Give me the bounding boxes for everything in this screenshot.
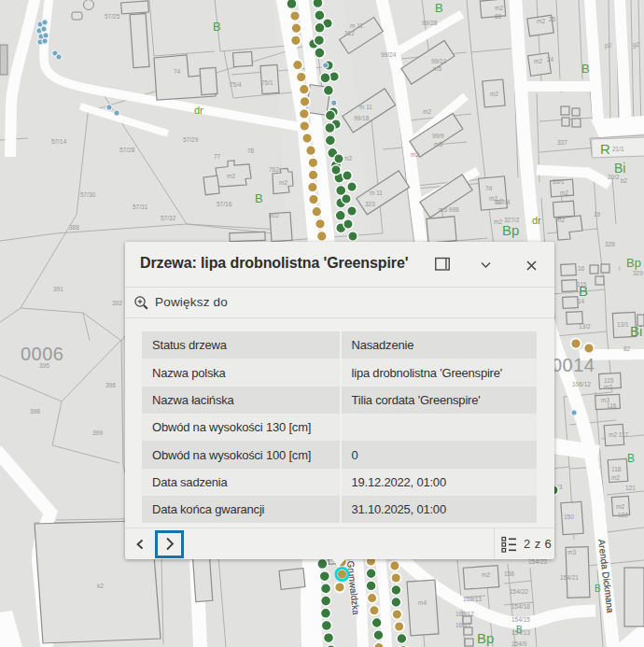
svg-text:99/10: 99/10 <box>431 58 447 64</box>
svg-text:57/30: 57/30 <box>80 191 96 198</box>
svg-text:168/13: 168/13 <box>463 596 482 602</box>
svg-text:13/1: 13/1 <box>617 321 629 328</box>
svg-text:B: B <box>595 584 601 594</box>
svg-text:154/15: 154/15 <box>511 616 530 623</box>
svg-text:g2: g2 <box>633 41 640 49</box>
svg-text:m2: m2 <box>534 58 542 64</box>
svg-text:66: 66 <box>495 13 502 20</box>
svg-text:0014: 0014 <box>552 355 595 375</box>
svg-text:323: 323 <box>365 201 375 207</box>
svg-text:21/1: 21/1 <box>612 146 624 152</box>
svg-text:329: 329 <box>633 270 643 276</box>
svg-text:57/29: 57/29 <box>183 136 199 143</box>
svg-text:57/32: 57/32 <box>161 215 176 221</box>
svg-text:m5: m5 <box>434 141 442 148</box>
svg-text:392: 392 <box>112 300 122 306</box>
svg-text:154/21: 154/21 <box>560 574 579 581</box>
svg-text:B: B <box>579 283 588 299</box>
svg-text:R: R <box>600 141 610 157</box>
svg-text:26/1: 26/1 <box>553 178 565 185</box>
svg-text:154/18: 154/18 <box>511 603 530 610</box>
svg-text:dr: dr <box>194 105 203 116</box>
svg-text:m 11: m 11 <box>359 104 372 110</box>
svg-text:p2: p2 <box>605 42 612 49</box>
svg-text:399: 399 <box>92 429 103 436</box>
svg-text:77: 77 <box>214 153 221 160</box>
svg-text:24: 24 <box>547 56 554 63</box>
svg-text:16: 16 <box>578 265 585 272</box>
svg-text:75/1: 75/1 <box>261 79 273 86</box>
svg-text:78: 78 <box>247 148 255 154</box>
svg-text:B: B <box>213 20 221 34</box>
svg-text:74: 74 <box>174 68 181 75</box>
svg-text:m 11: m 11 <box>370 190 383 196</box>
svg-text:B: B <box>516 625 523 635</box>
svg-text:99/9: 99/9 <box>432 133 444 139</box>
svg-text:116: 116 <box>607 402 617 409</box>
svg-text:m2: m2 <box>423 108 431 115</box>
svg-text:m5 998: m5 998 <box>439 206 459 213</box>
svg-text:150: 150 <box>564 513 574 520</box>
svg-text:m2: m2 <box>279 179 287 186</box>
svg-text:Bi: Bi <box>614 161 625 176</box>
svg-text:m2: m2 <box>490 91 498 97</box>
svg-text:106/12: 106/12 <box>572 381 591 387</box>
svg-text:398: 398 <box>30 408 40 415</box>
svg-text:m2: m2 <box>411 151 419 158</box>
svg-text:115: 115 <box>604 377 614 384</box>
svg-text:m2: m2 <box>227 173 235 179</box>
svg-text:99/18: 99/18 <box>354 115 370 121</box>
svg-text:158: 158 <box>504 570 514 577</box>
svg-text:166/7: 166/7 <box>455 622 471 628</box>
svg-text:Bp: Bp <box>626 256 641 270</box>
svg-text:i: i <box>619 265 620 272</box>
svg-text:m4: m4 <box>418 599 427 606</box>
svg-text:13/2: 13/2 <box>579 323 591 330</box>
svg-text:7d: 7d <box>485 185 493 191</box>
svg-text:B: B <box>255 191 263 205</box>
svg-text:118: 118 <box>611 466 622 472</box>
svg-text:m2: m2 <box>495 5 503 11</box>
svg-text:57/14: 57/14 <box>51 138 67 145</box>
svg-text:57/16: 57/16 <box>217 201 232 207</box>
svg-text:m2: m2 <box>343 155 352 162</box>
svg-text:57/25: 57/25 <box>105 13 120 20</box>
svg-text:121: 121 <box>625 485 636 491</box>
svg-text:m2: m2 <box>604 384 612 390</box>
svg-text:m2: m2 <box>495 198 503 204</box>
svg-text:14: 14 <box>578 298 585 304</box>
svg-text:Bp: Bp <box>477 630 494 646</box>
svg-text:168/12: 168/12 <box>455 611 474 617</box>
svg-text:Bp: Bp <box>502 222 519 238</box>
svg-text:m 11: m 11 <box>350 22 363 29</box>
svg-text:82: 82 <box>623 345 631 352</box>
svg-text:Bi: Bi <box>630 323 642 339</box>
svg-text:m2: m2 <box>537 18 545 24</box>
svg-text:57/28: 57/28 <box>119 147 135 153</box>
svg-text:m2: m2 <box>611 474 620 481</box>
svg-text:25: 25 <box>549 16 556 22</box>
svg-text:m2: m2 <box>616 503 624 510</box>
svg-text:391: 391 <box>53 286 63 292</box>
svg-text:B: B <box>627 452 635 465</box>
svg-text:dr: dr <box>532 215 541 226</box>
svg-text:154/9: 154/9 <box>511 640 527 647</box>
svg-text:19: 19 <box>594 211 601 218</box>
svg-text:B: B <box>435 1 443 15</box>
svg-text:154/22: 154/22 <box>510 588 528 595</box>
svg-text:75/4: 75/4 <box>230 81 242 88</box>
svg-text:m2: m2 <box>482 571 490 578</box>
svg-text:57/31: 57/31 <box>133 204 148 210</box>
svg-text:337: 337 <box>557 139 567 146</box>
svg-text:m2 117: m2 117 <box>609 431 629 438</box>
svg-text:396: 396 <box>105 382 116 388</box>
svg-text:0006: 0006 <box>21 344 64 364</box>
svg-text:99/28: 99/28 <box>422 20 438 26</box>
svg-text:b2: b2 <box>621 177 628 184</box>
svg-text:312: 312 <box>344 30 355 36</box>
svg-text:154/23: 154/23 <box>528 558 547 565</box>
svg-text:122: 122 <box>618 512 628 518</box>
svg-text:762: 762 <box>269 166 279 173</box>
svg-text:99/24: 99/24 <box>381 51 397 58</box>
svg-text:m2: m2 <box>560 190 568 196</box>
